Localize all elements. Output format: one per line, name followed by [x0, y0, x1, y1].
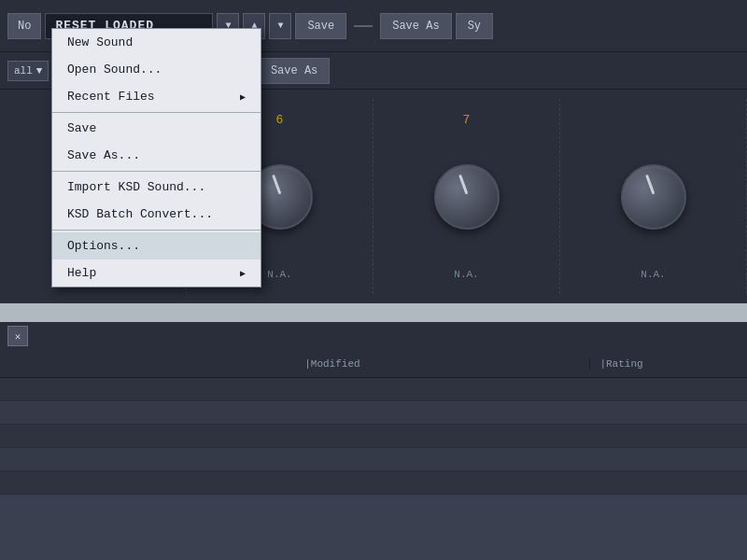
menu-item-ksd-batch-label: KSD Batch Convert...: [67, 207, 213, 221]
bottom-panel: ✕ |Modified |Rating: [0, 322, 747, 518]
knob-section-8: N.A.: [560, 99, 747, 294]
menu-button[interactable]: No: [7, 13, 41, 39]
all-dropdown-arrow: ▼: [36, 65, 43, 77]
menu-item-import-ksd[interactable]: Import KSD Sound...: [52, 174, 261, 201]
menu-item-recent-files-label: Recent Files: [67, 90, 155, 104]
nav-down-button[interactable]: ▼: [269, 13, 291, 39]
menu-item-open-sound-label: Open Sound...: [67, 63, 162, 77]
knob-number-6: 6: [276, 113, 284, 127]
menu-item-new-sound-label: New Sound: [67, 35, 133, 49]
menu-item-ksd-batch[interactable]: KSD Batch Convert...: [52, 201, 261, 228]
menu-item-help-label: Help: [67, 266, 96, 280]
save-as-button-2[interactable]: Save As: [259, 58, 330, 84]
menu-item-new-sound[interactable]: New Sound: [52, 29, 261, 56]
knob-section-7: 7 N.A.: [374, 99, 560, 294]
all-label: all: [14, 65, 33, 77]
all-dropdown[interactable]: all ▼: [7, 61, 49, 81]
help-submenu-arrow-icon: ▶: [240, 268, 246, 279]
knob-8[interactable]: [621, 164, 686, 230]
menu-item-open-sound[interactable]: Open Sound...: [52, 56, 261, 83]
separator: [0, 303, 747, 322]
menu-separator-1: [52, 112, 261, 113]
table-row[interactable]: [0, 448, 747, 471]
sy-button[interactable]: Sy: [456, 13, 493, 39]
knob-7[interactable]: [434, 164, 500, 230]
knob-6-na: N.A.: [267, 269, 291, 280]
menu-item-help[interactable]: Help ▶: [52, 259, 261, 287]
submenu-arrow-icon: ▶: [240, 91, 246, 103]
close-icon: ✕: [15, 330, 21, 343]
col-modified: |Modified: [295, 358, 590, 370]
menu-separator-2: [52, 171, 261, 172]
menu-item-save-as[interactable]: Save As...: [52, 142, 261, 169]
knob-7-na: N.A.: [454, 269, 478, 280]
table-row[interactable]: [0, 425, 747, 448]
save-button[interactable]: Save: [295, 13, 346, 39]
bottom-header: ✕: [0, 322, 747, 350]
table-row[interactable]: [0, 378, 747, 401]
menu-item-save-label: Save: [67, 121, 96, 135]
dropdown-menu: New Sound Open Sound... Recent Files ▶ S…: [51, 28, 261, 287]
save-as-button[interactable]: Save As: [380, 13, 451, 39]
menu-item-import-ksd-label: Import KSD Sound...: [67, 180, 205, 194]
menu-item-options[interactable]: Options...: [52, 232, 261, 259]
col-rating: |Rating: [590, 358, 747, 370]
close-button[interactable]: ✕: [7, 326, 28, 346]
knob-number-7: 7: [463, 113, 471, 127]
down-arrow-icon: ▼: [277, 21, 283, 31]
menu-item-options-label: Options...: [67, 239, 140, 253]
table-header: |Modified |Rating: [0, 350, 747, 378]
table-area: |Modified |Rating: [0, 350, 747, 518]
table-row[interactable]: [0, 401, 747, 425]
menu-separator-3: [52, 230, 261, 231]
menu-item-recent-files[interactable]: Recent Files ▶: [52, 83, 261, 110]
menu-item-save-as-label: Save As...: [67, 148, 140, 162]
table-row[interactable]: [0, 471, 747, 495]
knob-8-na: N.A.: [641, 269, 665, 280]
menu-item-save[interactable]: Save: [52, 115, 261, 142]
divider: [354, 25, 373, 27]
